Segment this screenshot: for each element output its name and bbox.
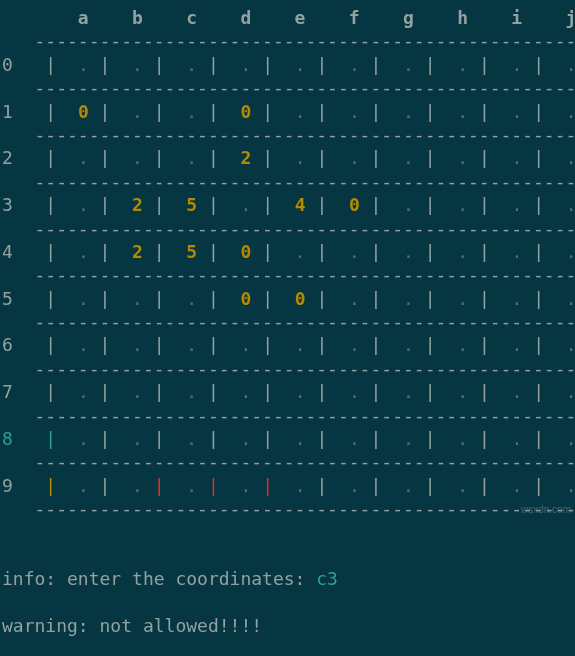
- cell-2-i[interactable]: .: [490, 147, 523, 168]
- cell-7-e[interactable]: .: [273, 381, 306, 402]
- cell-3-e[interactable]: 4: [273, 194, 306, 215]
- cell-0-j[interactable]: .: [544, 54, 575, 75]
- cell-3-c[interactable]: 5: [165, 194, 198, 215]
- cell-1-c[interactable]: .: [165, 101, 198, 122]
- cell-5-g[interactable]: .: [381, 288, 414, 309]
- cell-0-a[interactable]: .: [56, 54, 89, 75]
- cell-6-c[interactable]: .: [165, 334, 198, 355]
- cell-3-g[interactable]: .: [381, 194, 414, 215]
- cell-4-a[interactable]: .: [56, 241, 89, 262]
- cell-9-i[interactable]: .: [490, 475, 523, 496]
- cell-1-f[interactable]: .: [327, 101, 360, 122]
- cell-8-a[interactable]: .: [56, 428, 89, 449]
- cell-0-c[interactable]: .: [165, 54, 198, 75]
- cell-0-g[interactable]: .: [381, 54, 414, 75]
- cell-5-j[interactable]: .: [544, 288, 575, 309]
- cell-3-a[interactable]: .: [56, 194, 89, 215]
- cell-3-i[interactable]: .: [490, 194, 523, 215]
- cell-8-j[interactable]: .: [544, 428, 575, 449]
- cell-6-d[interactable]: .: [219, 334, 252, 355]
- cell-3-d[interactable]: .: [219, 194, 252, 215]
- cell-8-h[interactable]: .: [436, 428, 469, 449]
- cell-1-g[interactable]: .: [381, 101, 414, 122]
- cell-4-j[interactable]: .: [544, 241, 575, 262]
- cell-5-f[interactable]: .: [327, 288, 360, 309]
- cell-4-d[interactable]: 0: [219, 241, 252, 262]
- cell-8-c[interactable]: .: [165, 428, 198, 449]
- cell-4-c[interactable]: 5: [165, 241, 198, 262]
- cell-7-h[interactable]: .: [436, 381, 469, 402]
- cell-2-c[interactable]: .: [165, 147, 198, 168]
- cell-5-i[interactable]: .: [490, 288, 523, 309]
- cell-4-b[interactable]: 2: [110, 241, 143, 262]
- cell-4-g[interactable]: .: [381, 241, 414, 262]
- cell-8-g[interactable]: .: [381, 428, 414, 449]
- cell-5-a[interactable]: .: [56, 288, 89, 309]
- cell-1-j[interactable]: .: [544, 101, 575, 122]
- cell-3-b[interactable]: 2: [110, 194, 143, 215]
- cell-4-f[interactable]: .: [327, 241, 360, 262]
- cell-7-b[interactable]: .: [110, 381, 143, 402]
- cell-8-b[interactable]: .: [110, 428, 143, 449]
- cell-6-b[interactable]: .: [110, 334, 143, 355]
- cell-2-a[interactable]: .: [56, 147, 89, 168]
- cell-2-f[interactable]: .: [327, 147, 360, 168]
- cell-6-j[interactable]: .: [544, 334, 575, 355]
- cell-9-b[interactable]: .: [110, 475, 143, 496]
- cell-6-f[interactable]: .: [327, 334, 360, 355]
- cell-6-e[interactable]: .: [273, 334, 306, 355]
- cell-6-h[interactable]: .: [436, 334, 469, 355]
- cell-4-e[interactable]: .: [273, 241, 306, 262]
- cell-0-d[interactable]: .: [219, 54, 252, 75]
- cell-5-b[interactable]: .: [110, 288, 143, 309]
- cell-1-i[interactable]: .: [490, 101, 523, 122]
- cell-7-a[interactable]: .: [56, 381, 89, 402]
- cell-2-j[interactable]: .: [544, 147, 575, 168]
- cell-3-h[interactable]: .: [436, 194, 469, 215]
- cell-9-a[interactable]: .: [56, 475, 89, 496]
- cell-2-h[interactable]: .: [436, 147, 469, 168]
- cell-4-i[interactable]: .: [490, 241, 523, 262]
- cell-9-f[interactable]: .: [327, 475, 360, 496]
- cell-8-d[interactable]: .: [219, 428, 252, 449]
- cell-1-d[interactable]: 0: [219, 101, 252, 122]
- cell-1-e[interactable]: .: [273, 101, 306, 122]
- cell-8-e[interactable]: .: [273, 428, 306, 449]
- cell-0-h[interactable]: .: [436, 54, 469, 75]
- cell-9-h[interactable]: .: [436, 475, 469, 496]
- cell-1-h[interactable]: .: [436, 101, 469, 122]
- cell-7-g[interactable]: .: [381, 381, 414, 402]
- cell-9-g[interactable]: .: [381, 475, 414, 496]
- cell-9-e[interactable]: .: [273, 475, 306, 496]
- cell-7-i[interactable]: .: [490, 381, 523, 402]
- cell-6-i[interactable]: .: [490, 334, 523, 355]
- cell-2-g[interactable]: .: [381, 147, 414, 168]
- cell-0-e[interactable]: .: [273, 54, 306, 75]
- cell-9-d[interactable]: .: [219, 475, 252, 496]
- cell-1-a[interactable]: 0: [56, 101, 89, 122]
- cell-2-b[interactable]: .: [110, 147, 143, 168]
- cell-0-b[interactable]: .: [110, 54, 143, 75]
- cell-8-i[interactable]: .: [490, 428, 523, 449]
- cell-4-h[interactable]: .: [436, 241, 469, 262]
- cell-6-g[interactable]: .: [381, 334, 414, 355]
- cell-5-c[interactable]: .: [165, 288, 198, 309]
- cell-8-f[interactable]: .: [327, 428, 360, 449]
- cell-7-d[interactable]: .: [219, 381, 252, 402]
- cell-7-f[interactable]: .: [327, 381, 360, 402]
- cell-3-f[interactable]: 0: [327, 194, 360, 215]
- cell-1-b[interactable]: .: [110, 101, 143, 122]
- cell-5-d[interactable]: 0: [219, 288, 252, 309]
- cell-7-j[interactable]: .: [544, 381, 575, 402]
- cell-0-f[interactable]: .: [327, 54, 360, 75]
- cell-9-j[interactable]: .: [544, 475, 575, 496]
- cell-5-h[interactable]: .: [436, 288, 469, 309]
- cell-2-e[interactable]: .: [273, 147, 306, 168]
- cell-3-j[interactable]: .: [544, 194, 575, 215]
- cell-5-e[interactable]: 0: [273, 288, 306, 309]
- cell-7-c[interactable]: .: [165, 381, 198, 402]
- cell-9-c[interactable]: .: [165, 475, 198, 496]
- cell-2-d[interactable]: 2: [219, 147, 252, 168]
- coordinate-input[interactable]: c3: [316, 568, 338, 589]
- cell-0-i[interactable]: .: [490, 54, 523, 75]
